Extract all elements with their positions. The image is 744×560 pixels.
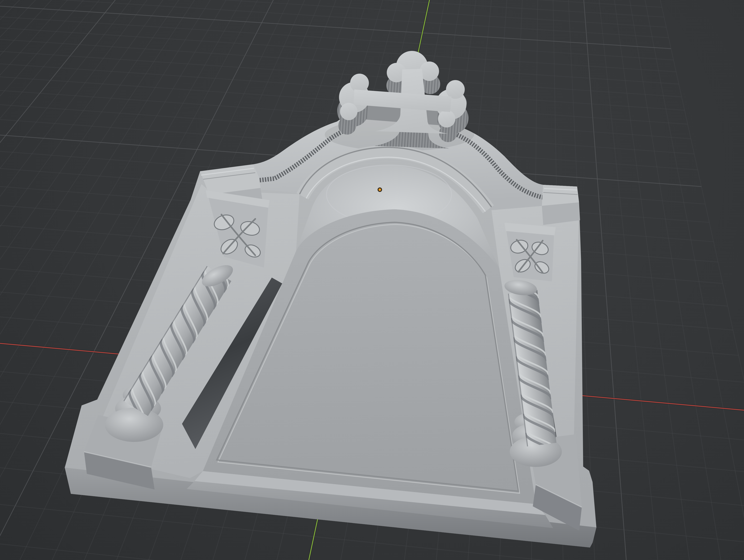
grid-line — [0, 0, 664, 17]
grid-line — [0, 0, 662, 7]
object-origin-marker[interactable] — [378, 188, 381, 191]
grid-line — [658, 0, 744, 560]
right-cornice — [542, 185, 580, 225]
viewport-canvas[interactable] — [0, 0, 744, 560]
grid-line — [0, 0, 38, 560]
grid-line — [0, 0, 24, 560]
grid-line — [0, 34, 679, 84]
grid-line — [598, 0, 673, 560]
grid-line — [0, 558, 744, 560]
grid-line — [0, 23, 676, 72]
grid-line — [628, 0, 744, 560]
grid-line — [643, 0, 744, 560]
grid-line — [0, 0, 51, 560]
grid-line — [0, 519, 744, 560]
grid-line — [0, 13, 673, 60]
gravestone-model[interactable] — [65, 51, 596, 548]
